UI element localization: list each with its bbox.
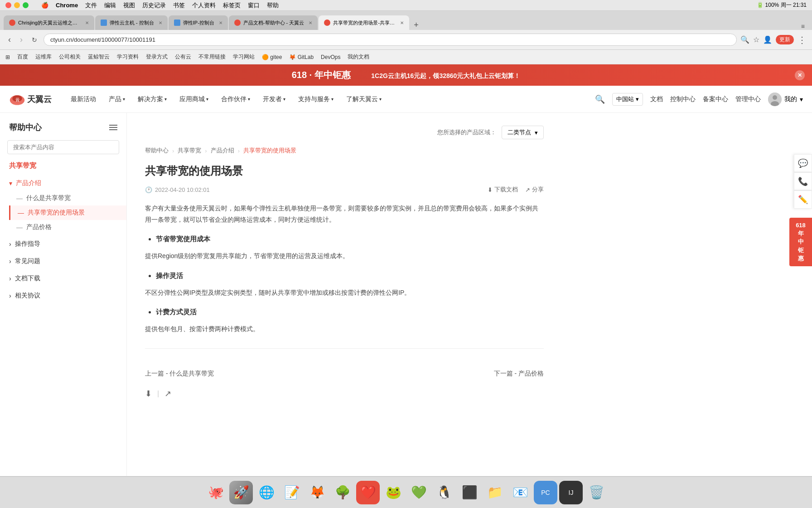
- nav-section-header-ops-guide[interactable]: › 操作指导: [0, 236, 126, 252]
- tab-close-5[interactable]: ✕: [400, 20, 404, 25]
- dock-app6[interactable]: 🐸: [382, 481, 405, 504]
- browser-tab-5[interactable]: 共享带宽的使用场景-共享带宽-... ✕: [319, 15, 409, 30]
- menu-view[interactable]: 视图: [123, 1, 135, 10]
- dock-idea[interactable]: IJ: [559, 481, 583, 504]
- download-action[interactable]: ⬇ 下载文档: [488, 186, 518, 194]
- bookmark-baidu[interactable]: 百度: [17, 53, 28, 61]
- dock-launchpad[interactable]: 🚀: [229, 481, 253, 504]
- tab-close-1[interactable]: ✕: [85, 20, 89, 25]
- nav-solutions[interactable]: 解决方案 ▾: [132, 92, 172, 107]
- prev-page-link[interactable]: 上一篇 - 什么是共享带宽: [145, 370, 214, 378]
- promo-side-badge[interactable]: 618年中钜惠: [789, 218, 812, 266]
- bookmark-study[interactable]: 学习资料: [117, 53, 139, 61]
- sidebar-menu-toggle[interactable]: [109, 125, 117, 130]
- dock-firefox[interactable]: 🦊: [305, 481, 329, 504]
- nav-partners[interactable]: 合作伙伴 ▾: [216, 92, 256, 107]
- bookmark-devops[interactable]: DevOps: [321, 54, 340, 60]
- nav-appstore[interactable]: 应用商城 ▾: [174, 92, 214, 107]
- bookmark-ops[interactable]: 运维库: [35, 53, 52, 61]
- share-action[interactable]: ↗ 分享: [525, 186, 544, 194]
- window-controls[interactable]: [5, 2, 34, 8]
- user-profile-icon[interactable]: 👤: [763, 35, 772, 44]
- bookmark-company[interactable]: 公司相关: [59, 53, 81, 61]
- menu-history[interactable]: 历史记录: [142, 1, 166, 10]
- promo-close-button[interactable]: ✕: [795, 70, 805, 80]
- forward-button[interactable]: ›: [17, 34, 25, 45]
- dock-pycharm[interactable]: PC: [534, 481, 557, 504]
- dock-files[interactable]: 📁: [483, 481, 507, 504]
- nav-support[interactable]: 支持与服务 ▾: [293, 92, 339, 107]
- dock-wechat[interactable]: 💚: [407, 481, 430, 504]
- menu-help[interactable]: 帮助: [267, 1, 279, 10]
- nav-item-use-cases[interactable]: — 共享带宽的使用场景: [9, 205, 126, 220]
- dock-trash[interactable]: 🗑️: [585, 481, 608, 504]
- dock-terminal[interactable]: ⬛: [458, 481, 481, 504]
- menu-edit[interactable]: 编辑: [104, 1, 116, 10]
- close-window[interactable]: [5, 2, 11, 8]
- nav-products[interactable]: 产品 ▾: [103, 92, 130, 107]
- bookmark-gitlab[interactable]: 🦊 GitLab: [289, 54, 314, 60]
- nav-section-header-doc-download[interactable]: › 文档下载: [0, 271, 126, 286]
- dock-finder[interactable]: 🐙: [204, 481, 227, 504]
- app-name[interactable]: Chrome: [56, 2, 78, 9]
- search-icon[interactable]: 🔍: [740, 35, 749, 44]
- bookmark-gitee[interactable]: 🟠 gitee: [262, 54, 282, 60]
- nav-about[interactable]: 了解天翼云 ▾: [341, 92, 387, 107]
- bookmark-login[interactable]: 登录方式: [146, 53, 168, 61]
- nav-docs[interactable]: 文档: [650, 95, 663, 103]
- breadcrumb-home[interactable]: 帮助中心: [145, 147, 169, 155]
- url-input[interactable]: [44, 34, 737, 46]
- apple-logo[interactable]: 🍎: [41, 2, 48, 9]
- bookmark-star-icon[interactable]: ☆: [753, 35, 759, 44]
- minimize-window[interactable]: [14, 2, 20, 8]
- active-product-label[interactable]: 共享带宽: [0, 161, 126, 176]
- nav-section-header-faq[interactable]: › 常见问题: [0, 254, 126, 269]
- bookmark-blueking[interactable]: 蓝鲸智云: [88, 53, 110, 61]
- back-button[interactable]: ‹: [5, 34, 14, 45]
- region-selector[interactable]: 中国站 ▾: [612, 93, 643, 106]
- bookmark-links[interactable]: 不常用链接: [198, 53, 226, 61]
- tab-close-4[interactable]: ✕: [309, 20, 312, 25]
- menu-tabs[interactable]: 标签页: [223, 1, 241, 10]
- search-button[interactable]: 🔍: [595, 94, 605, 104]
- dock-textedit[interactable]: 📝: [280, 481, 304, 504]
- nav-console[interactable]: 控制中心: [670, 95, 696, 103]
- bookmark-study-site[interactable]: 学习网站: [233, 53, 255, 61]
- dock-chrome[interactable]: 🌐: [255, 481, 278, 504]
- browser-tab-4[interactable]: 产品文档-帮助中心 - 天翼云 ✕: [229, 15, 318, 30]
- tab-close-2[interactable]: ✕: [159, 20, 162, 25]
- bookmark-mydoc[interactable]: 我的文档: [348, 53, 369, 61]
- menu-profile[interactable]: 个人资料: [192, 1, 216, 10]
- float-chat-button[interactable]: 💬: [794, 154, 812, 172]
- browser-tab-3[interactable]: 弹性IP-控制台 ✕: [169, 15, 228, 30]
- dock-sourcetree[interactable]: 🌳: [331, 481, 354, 504]
- menu-bookmarks[interactable]: 书签: [173, 1, 185, 10]
- more-options-icon[interactable]: ⋮: [798, 34, 807, 45]
- bookmark-cloud[interactable]: 公有云: [175, 53, 191, 61]
- maximize-window[interactable]: [23, 2, 29, 8]
- footer-download-icon[interactable]: ⬇: [145, 389, 152, 399]
- browser-tab-2[interactable]: 弹性云主机 - 控制台 ✕: [95, 15, 168, 30]
- tab-close-3[interactable]: ✕: [219, 20, 222, 25]
- breadcrumb-product[interactable]: 共享带宽: [178, 147, 201, 155]
- new-tab-button[interactable]: +: [410, 20, 422, 30]
- nav-item-what-is[interactable]: — 什么是共享带宽: [9, 191, 126, 205]
- footer-share-icon[interactable]: ↗: [164, 389, 171, 399]
- browser-tab-1[interactable]: Chrisjing的天翼云运维之旅 - C... ✕: [4, 15, 94, 30]
- float-edit-button[interactable]: ✏️: [794, 190, 812, 209]
- dock-mail[interactable]: 📧: [508, 481, 532, 504]
- nav-latest-activity[interactable]: 最新活动: [65, 92, 102, 107]
- menu-window[interactable]: 窗口: [248, 1, 260, 10]
- dock-app5[interactable]: ❤️: [356, 481, 380, 504]
- sidebar-search-input[interactable]: [7, 140, 119, 154]
- user-menu[interactable]: 我的 ▾: [768, 93, 803, 106]
- bookmark-apps-icon[interactable]: ⊞: [5, 54, 10, 60]
- site-logo[interactable]: 云 天翼云: [9, 91, 52, 107]
- dock-qq[interactable]: 🐧: [432, 481, 456, 504]
- nav-filing[interactable]: 备案中心: [703, 95, 728, 103]
- nav-item-pricing[interactable]: — 产品价格: [9, 220, 126, 234]
- breadcrumb-category[interactable]: 产品介绍: [211, 147, 234, 155]
- nav-mgmt[interactable]: 管理中心: [735, 95, 761, 103]
- refresh-button[interactable]: ↻: [29, 35, 40, 44]
- nav-developers[interactable]: 开发者 ▾: [257, 92, 291, 107]
